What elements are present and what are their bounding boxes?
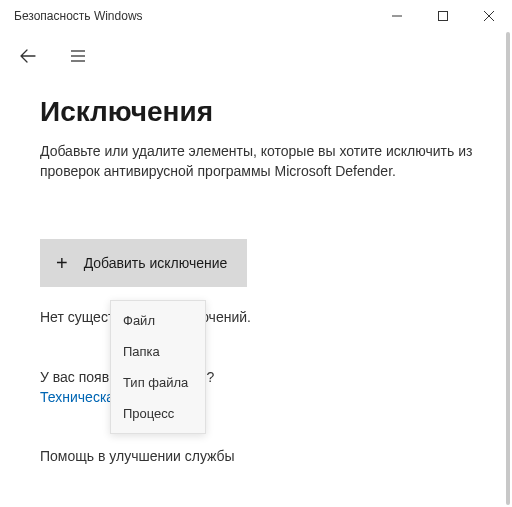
help-block: Помощь в улучшении службы	[40, 448, 478, 464]
minimize-button[interactable]	[374, 0, 420, 32]
minimize-icon	[392, 11, 402, 21]
back-arrow-icon	[19, 47, 37, 65]
question-block: У вас появились вопросы? Техническая под…	[40, 369, 478, 406]
dropdown-item-folder[interactable]: Папка	[111, 336, 205, 367]
menu-button[interactable]	[64, 42, 92, 70]
add-exclusion-button[interactable]: + Добавить исключение	[40, 239, 247, 287]
dropdown-item-file[interactable]: Файл	[111, 305, 205, 336]
window-title: Безопасность Windows	[14, 9, 143, 23]
nav-row	[0, 32, 512, 74]
svg-rect-1	[439, 12, 448, 21]
window-controls	[374, 0, 512, 32]
dropdown-item-process[interactable]: Процесс	[111, 398, 205, 429]
titlebar: Безопасность Windows	[0, 0, 512, 32]
dropdown-item-filetype[interactable]: Тип файла	[111, 367, 205, 398]
close-button[interactable]	[466, 0, 512, 32]
back-button[interactable]	[14, 42, 42, 70]
maximize-icon	[438, 11, 448, 21]
question-text: У вас появились вопросы?	[40, 369, 478, 385]
plus-icon: +	[56, 253, 68, 273]
status-text: Нет существующих исключений.	[40, 309, 478, 325]
help-heading: Помощь в улучшении службы	[40, 448, 478, 464]
close-icon	[484, 11, 494, 21]
add-exclusion-dropdown: Файл Папка Тип файла Процесс	[110, 300, 206, 434]
add-button-label: Добавить исключение	[84, 255, 228, 271]
content-area: Исключения Добавьте или удалите элементы…	[0, 74, 512, 464]
hamburger-icon	[69, 47, 87, 65]
scrollbar[interactable]	[506, 32, 510, 505]
page-title: Исключения	[40, 96, 478, 128]
page-description: Добавьте или удалите элементы, которые в…	[40, 142, 478, 181]
maximize-button[interactable]	[420, 0, 466, 32]
